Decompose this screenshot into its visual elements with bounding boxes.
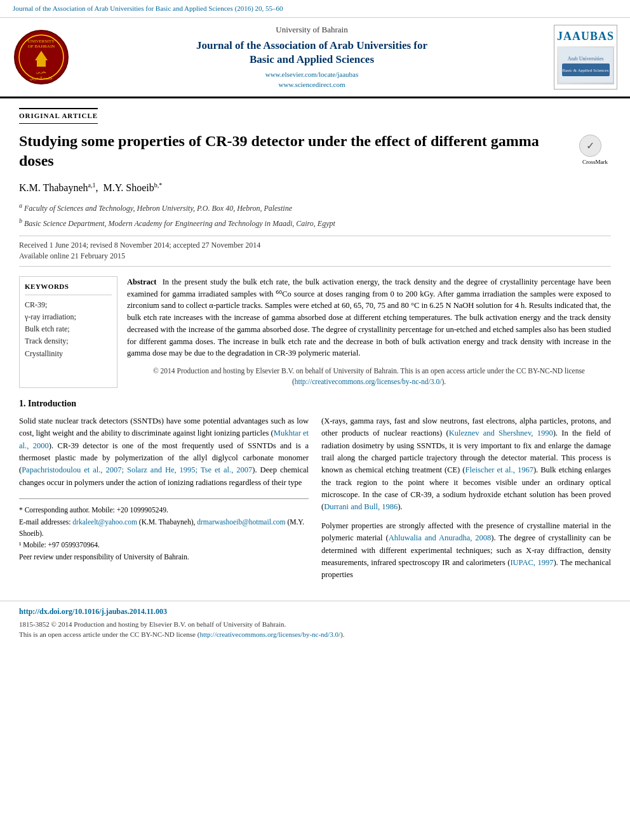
intro-para2: (X-rays, gamma rays, fast and slow neutr… — [321, 415, 611, 514]
email-link-2[interactable]: drmarwashoeib@hotmail.com — [197, 518, 285, 526]
footer-doi: http://dx.doi.org/10.1016/j.jaubas.2014.… — [19, 606, 611, 617]
author2-name: M.Y. Shoeib — [104, 182, 154, 193]
footnote-mobile: ¹ Mobile: +97 0599370964. — [19, 539, 309, 550]
article-title: Studying some properties of CR-39 detect… — [19, 131, 573, 171]
introduction-section: 1. Introduction Solid state nuclear trac… — [19, 397, 611, 588]
journal-title-center: University of Bahrain Journal of the Ass… — [76, 24, 547, 90]
keywords-abstract-section: KEYWORDS CR-39; γ-ray irradiation; Bulk … — [19, 276, 611, 388]
svg-text:جامعة البحرين: جامعة البحرين — [30, 76, 53, 81]
intro-para1: Solid state nuclear track detectors (SSN… — [19, 415, 309, 489]
keyword-3: Bulk etch rate; — [25, 323, 112, 335]
journal-top-link[interactable]: Journal of the Association of Arab Unive… — [13, 4, 283, 12]
svg-text:UNIVERSITY: UNIVERSITY — [28, 39, 55, 44]
abstract-paragraph: Abstract In the present study the bulk e… — [127, 276, 611, 359]
top-bar: Journal of the Association of Arab Unive… — [0, 0, 630, 18]
affiliations: a Faculty of Sciences and Technology, He… — [19, 201, 611, 229]
ref-kuleznev[interactable]: Kuleznev and Shershnev, 1990 — [449, 429, 553, 437]
authors-line: K.M. Thabayneha,1, M.Y. Shoeibb,* — [19, 180, 611, 195]
ref-durrani[interactable]: Durrani and Bull, 1986 — [324, 502, 398, 511]
received-date: Received 1 June 2014; revised 8 November… — [19, 240, 611, 251]
author2-sup: b,* — [154, 182, 163, 189]
dates-section: Received 1 June 2014; revised 8 November… — [19, 236, 611, 267]
email-link-1[interactable]: drkaleelt@yahoo.com — [72, 518, 137, 526]
crossmark-badge[interactable]: ✓ CrossMark — [579, 135, 611, 166]
intro-para3: Polymer properties are strongly affected… — [321, 520, 611, 582]
svg-text:بحرين: بحرين — [36, 70, 46, 74]
jaaubas-logo: JAAUBAS Arab Universities Basic & Applie… — [554, 25, 617, 90]
abstract-title-label: Abstract — [127, 277, 157, 286]
jaaubas-image: Arab Universities Basic & Applied Scienc… — [557, 46, 614, 84]
crossmark-icon: ✓ — [579, 135, 601, 157]
footnote-emails: E-mail addresses: drkaleelt@yahoo.com (K… — [19, 516, 309, 540]
elsevier-url[interactable]: www.elsevier.com/locate/jaaubas — [265, 70, 359, 78]
footer-issn: 1815-3852 © 2014 Production and hosting … — [19, 620, 611, 630]
svg-text:Arab Universities: Arab Universities — [567, 56, 603, 62]
footnote-corresponding: * Corresponding author. Mobile: +20 1099… — [19, 504, 309, 516]
keywords-box: KEYWORDS CR-39; γ-ray irradiation; Bulk … — [19, 276, 117, 388]
abstract-text: In the present study the bulk etch rate,… — [127, 277, 611, 358]
svg-text:OF BAHRAIN: OF BAHRAIN — [28, 44, 55, 49]
affiliation-b: b Basic Science Department, Modern Acade… — [19, 217, 611, 229]
keywords-title: KEYWORDS — [25, 282, 112, 295]
affiliation-a: a Faculty of Sciences and Technology, He… — [19, 201, 611, 214]
keyword-5: Crystallinity — [25, 348, 112, 360]
doi-link[interactable]: http://dx.doi.org/10.1016/j.jaubas.2014.… — [19, 607, 167, 616]
author1-sup: a,1 — [88, 182, 96, 189]
author1-name: K.M. Thabayneh — [19, 182, 88, 193]
abstract-box: Abstract In the present study the bulk e… — [127, 276, 611, 388]
footer-open-access: This is an open access article under the… — [19, 630, 611, 640]
license-link[interactable]: http://creativecommons.org/licenses/by-n… — [295, 378, 442, 385]
svg-text:Basic & Applied Sciences: Basic & Applied Sciences — [562, 68, 608, 73]
ref-fleischer[interactable]: Fleischer et al., 1967 — [466, 465, 533, 474]
sciencedirect-url[interactable]: www.sciencedirect.com — [279, 81, 345, 88]
journal-urls: www.elsevier.com/locate/jaaubas www.scie… — [76, 70, 547, 90]
jaaubas-acronym: JAAUBAS — [557, 28, 614, 44]
crossmark-label: CrossMark — [579, 158, 611, 166]
journal-header: UNIVERSITY OF BAHRAIN بحرين جامعة البحري… — [0, 18, 630, 98]
footer-license-link[interactable]: http://creativecommons.org/licenses/by-n… — [199, 630, 340, 638]
university-name: University of Bahrain — [76, 24, 547, 36]
keyword-1: CR-39; — [25, 299, 112, 311]
aff-b-sup: b — [19, 217, 22, 224]
main-content: Original Article Studying some propertie… — [0, 98, 630, 601]
university-logo: UNIVERSITY OF BAHRAIN بحرين جامعة البحري… — [13, 29, 70, 86]
article-type-label: Original Article — [19, 108, 98, 124]
footer-bar: http://dx.doi.org/10.1016/j.jaubas.2014.… — [0, 601, 630, 645]
article-title-row: Studying some properties of CR-39 detect… — [19, 131, 611, 171]
keywords-list: CR-39; γ-ray irradiation; Bulk etch rate… — [25, 299, 112, 360]
intro-col-left: Solid state nuclear track detectors (SSN… — [19, 415, 309, 588]
ref-ahluwalia[interactable]: Ahluwalia and Anuradha, 2008 — [389, 533, 492, 542]
ref-papachristodoulou[interactable]: Papachristodoulou et al., 2007; Solarz a… — [22, 465, 252, 474]
introduction-columns: Solid state nuclear track detectors (SSN… — [19, 415, 611, 588]
section-title: 1. Introduction — [19, 397, 611, 410]
aff-a-sup: a — [19, 202, 22, 209]
keyword-4: Track density; — [25, 335, 112, 347]
abstract-license: © 2014 Production and hosting by Elsevie… — [127, 366, 611, 388]
journal-name: Journal of the Association of Arab Unive… — [76, 39, 547, 67]
footnote-peer-review: Peer review under responsibility of Univ… — [19, 551, 309, 563]
ref-mukhtar[interactable]: Mukhtar et al., 2000 — [19, 429, 309, 450]
footnotes: * Corresponding author. Mobile: +20 1099… — [19, 498, 309, 563]
intro-col-right: (X-rays, gamma rays, fast and slow neutr… — [321, 415, 611, 588]
keyword-2: γ-ray irradiation; — [25, 311, 112, 323]
available-date: Available online 21 February 2015 — [19, 251, 611, 262]
svg-rect-5 — [37, 60, 46, 67]
ref-iupac[interactable]: IUPAC, 1997 — [510, 558, 553, 567]
